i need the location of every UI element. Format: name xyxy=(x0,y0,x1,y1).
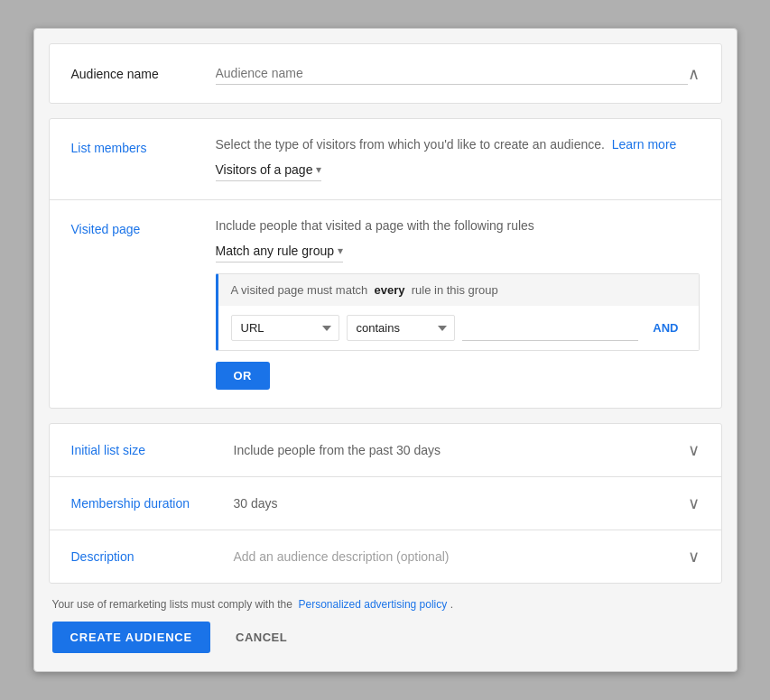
members-page-card: List members Select the type of visitors… xyxy=(49,118,722,409)
or-button[interactable]: OR xyxy=(216,362,271,390)
list-members-dropdown-arrow-icon: ▾ xyxy=(316,163,321,176)
and-button[interactable]: AND xyxy=(645,318,685,338)
audience-name-chevron-icon: ∧ xyxy=(688,64,700,84)
create-audience-dialog: Audience name ∧ List members Select the … xyxy=(33,28,738,672)
list-members-label: List members xyxy=(71,137,216,155)
initial-list-size-row: Initial list size Include people from th… xyxy=(50,424,721,477)
match-rule-dropdown[interactable]: Match any rule group ▾ xyxy=(216,240,344,262)
description-label: Description xyxy=(71,549,234,564)
footer-notice: Your use of remarketing lists must compl… xyxy=(49,598,722,611)
personalized-ad-policy-link[interactable]: Personalized advertising policy xyxy=(299,598,448,611)
description-chevron-icon[interactable]: ∨ xyxy=(688,547,700,566)
contains-select[interactable]: contains xyxy=(347,315,455,341)
list-members-row: List members Select the type of visitors… xyxy=(50,119,721,200)
visited-page-content: Include people that visited a page with … xyxy=(216,218,700,390)
audience-name-row: Audience name ∧ xyxy=(50,44,721,103)
visited-page-label: Visited page xyxy=(71,218,216,236)
cancel-button[interactable]: CANCEL xyxy=(225,622,298,653)
membership-duration-value: 30 days xyxy=(234,496,688,511)
audience-name-input[interactable] xyxy=(216,62,688,85)
bottom-settings-card: Initial list size Include people from th… xyxy=(49,423,722,584)
create-audience-button[interactable]: CREATE AUDIENCE xyxy=(52,622,211,653)
footer-actions: CREATE AUDIENCE CANCEL xyxy=(49,622,722,664)
initial-list-size-value: Include people from the past 30 days xyxy=(234,443,688,457)
footer: Your use of remarketing lists must compl… xyxy=(49,598,722,671)
visited-page-description: Include people that visited a page with … xyxy=(216,218,700,233)
rule-row: URL contains AND xyxy=(218,306,699,350)
membership-duration-row: Membership duration 30 days ∨ xyxy=(50,477,721,530)
membership-duration-chevron-icon[interactable]: ∨ xyxy=(688,493,700,513)
initial-list-size-chevron-icon[interactable]: ∨ xyxy=(688,440,700,460)
rule-group-box: A visited page must match every rule in … xyxy=(216,273,700,351)
list-members-content: Select the type of visitors from which y… xyxy=(216,137,700,181)
learn-more-link[interactable]: Learn more xyxy=(612,137,677,152)
description-row: Description Add an audience description … xyxy=(50,530,721,583)
initial-list-size-label: Initial list size xyxy=(71,443,234,457)
match-rule-dropdown-arrow-icon: ▾ xyxy=(338,244,343,257)
audience-name-label: Audience name xyxy=(71,67,216,81)
membership-duration-label: Membership duration xyxy=(71,496,234,511)
visited-page-row: Visited page Include people that visited… xyxy=(50,200,721,408)
audience-name-field-wrap: ∧ xyxy=(216,62,700,85)
rule-group-header: A visited page must match every rule in … xyxy=(218,274,699,306)
url-select[interactable]: URL xyxy=(231,315,339,341)
list-members-dropdown[interactable]: Visitors of a page ▾ xyxy=(216,159,322,181)
description-value: Add an audience description (optional) xyxy=(234,549,688,564)
list-members-description: Select the type of visitors from which y… xyxy=(216,137,700,152)
audience-name-card: Audience name ∧ xyxy=(49,43,722,104)
rule-value-input[interactable] xyxy=(462,316,639,341)
